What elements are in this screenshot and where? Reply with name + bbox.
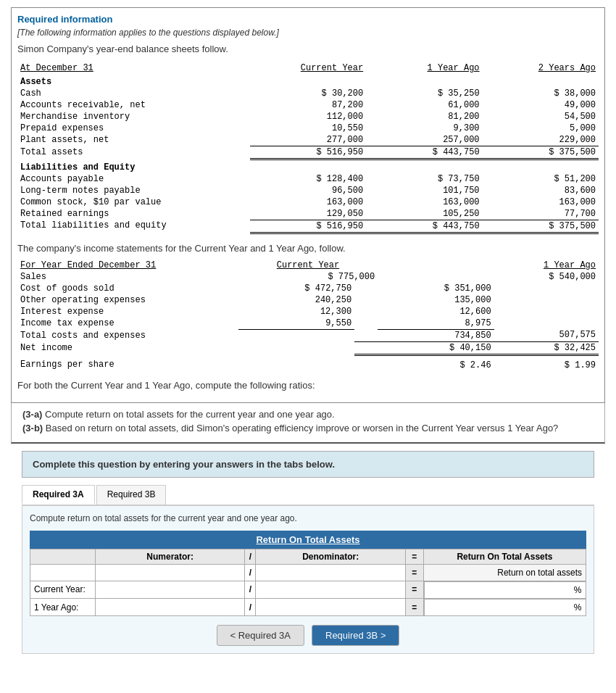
row-label: Common stock, $10 par value [17,196,250,208]
income-intro: The company's income statements for the … [17,243,599,254]
q3b-text: Based on return on total assets, did Sim… [46,423,559,433]
rota-numerator-header-cell[interactable] [96,564,245,581]
row-2yr: $ 51,200 [483,173,599,185]
required-info-header: Required information [17,14,599,25]
rota-header-input-row: / = Return on total assets [30,564,586,581]
total-assets-2yr: $ 375,500 [483,146,599,159]
rota-table: Numerator: / Denominator: = Return On To… [30,549,586,617]
rota-percent-1yr: % [573,602,582,613]
tab-required-3b[interactable]: Required 3B [96,485,167,505]
tab-required-3a[interactable]: Required 3A [22,485,95,505]
row-2yr: 83,600 [483,185,599,196]
rota-denominator-header-cell[interactable] [256,564,405,581]
row-current: $ 30,200 [250,88,366,99]
bs-col-2yr: 2 Years Ago [483,60,599,76]
row-current: $ 2.46 [354,354,494,371]
rota-slash-2: / [245,581,256,599]
row-1yr: $ 540,000 [494,271,599,283]
questions-section: (3-a) Compute return on total assets for… [11,403,605,444]
row-current: $ 40,150 [354,341,494,354]
row-2yr: 163,000 [483,196,599,208]
complete-banner: Complete this question by entering your … [22,451,594,478]
rota-equals-1: = [405,564,423,581]
info-note: [The following information applies to th… [17,28,599,38]
row-label: Accounts receivable, net [17,99,250,111]
row-1yr: 257,000 [366,134,482,146]
row-current: 277,000 [250,134,366,146]
total-assets-label: Total assets [17,146,250,159]
rota-denominator-header-input[interactable] [259,567,401,578]
row-1yr: 81,200 [366,111,482,123]
rota-result-1yr-input[interactable] [428,602,573,613]
row-label: Plant assets, net [17,134,250,146]
table-row: Prepaid expenses 10,550 9,300 5,000 [17,123,599,134]
row-2yr: 77,700 [483,208,599,220]
rota-result-current-input[interactable] [428,584,573,596]
total-liab-current: $ 516,950 [250,220,366,233]
rota-equals-2: = [405,581,423,599]
row-label: Other operating expenses [17,294,238,306]
rota-numerator-current-input[interactable] [99,584,241,595]
row-2yr: $ 38,000 [483,88,599,99]
rota-table-wrapper: Return On Total Assets Numerator: / Deno… [30,531,586,617]
rota-numerator-1yr-cell[interactable] [96,599,245,616]
rota-numerator-current-cell[interactable] [96,581,245,599]
total-liab-row: Total liabilities and equity $ 516,950 $… [17,220,599,233]
bs-header-row: At December 31 Current Year 1 Year Ago 2… [17,60,599,76]
rota-equals-3: = [405,599,423,616]
row-label: Total costs and expenses [17,329,238,341]
rota-current-year-label: Current Year: [30,581,96,599]
table-row: Cost of goods sold $ 472,750 $ 351,000 [17,283,599,294]
row-current: 129,050 [250,208,366,220]
rota-denominator-current-cell[interactable] [256,581,405,599]
income-header-row: For Year Ended December 31 Current Year … [17,260,599,271]
rota-title: Return On Total Assets [30,531,586,549]
income-col-current: Current Year [238,260,378,271]
row-1yr: $ 32,425 [494,341,599,354]
row-label: Long-term notes payable [17,185,250,196]
q3a-text: Compute return on total assets for the c… [45,409,335,420]
for-both-text: For both the Current Year and 1 Year Ago… [17,380,599,391]
rota-denominator-1yr-input[interactable] [259,602,401,613]
total-assets-row: Total assets $ 516,950 $ 443,750 $ 375,5… [17,146,599,159]
rota-col-slash: / [245,549,256,564]
required-info-box: Required information [The following info… [11,7,605,403]
row-1yr: $ 351,000 [378,283,494,294]
row-current: 112,000 [250,111,366,123]
row-label: Income tax expense [17,318,238,330]
rota-result-header-label: Return on total assets [423,564,586,581]
table-row: Other operating expenses 240,250 135,000 [17,294,599,306]
rota-numerator-header-input[interactable] [99,567,241,578]
rota-denominator-current-input[interactable] [259,584,401,595]
row-label: Earnings per share [17,354,238,371]
row-2yr: 49,000 [483,99,599,111]
rota-numerator-1yr-input[interactable] [99,602,241,613]
table-row: Sales $ 775,000 $ 540,000 [17,271,599,283]
rota-denominator-1yr-cell[interactable] [256,599,405,616]
rota-percent-current: % [573,585,582,595]
total-liab-2yr: $ 375,500 [483,220,599,233]
row-current: $ 472,750 [238,283,354,294]
table-row: Plant assets, net 277,000 257,000 229,00… [17,134,599,146]
tab-instruction: Compute return on total assets for the c… [30,513,586,523]
row-current: 9,550 [238,318,354,330]
row-1yr: 12,600 [378,306,494,318]
row-label: Retained earnings [17,208,250,220]
table-row: Merchandise inventory 112,000 81,200 54,… [17,111,599,123]
rota-slash-3: / [245,599,256,616]
table-row: Common stock, $10 par value 163,000 163,… [17,196,599,208]
prev-button[interactable]: < Required 3A [217,625,304,646]
income-col-1yr: 1 Year Ago [494,260,599,271]
assets-header: Assets [17,76,250,88]
rota-col-blank [30,549,96,564]
table-row: Earnings per share $ 2.46 $ 1.99 [17,354,599,371]
row-label: Accounts payable [17,173,250,185]
row-1yr: 9,300 [366,123,482,134]
row-1yr: 163,000 [366,196,482,208]
table-row: Interest expense 12,300 12,600 [17,306,599,318]
assets-header-row: Assets [17,76,599,88]
rota-current-year-row: Current Year: / = % [30,581,586,599]
rota-col-numerator: Numerator: [96,549,245,564]
row-1yr: $ 73,750 [366,173,482,185]
next-button[interactable]: Required 3B > [312,625,399,646]
